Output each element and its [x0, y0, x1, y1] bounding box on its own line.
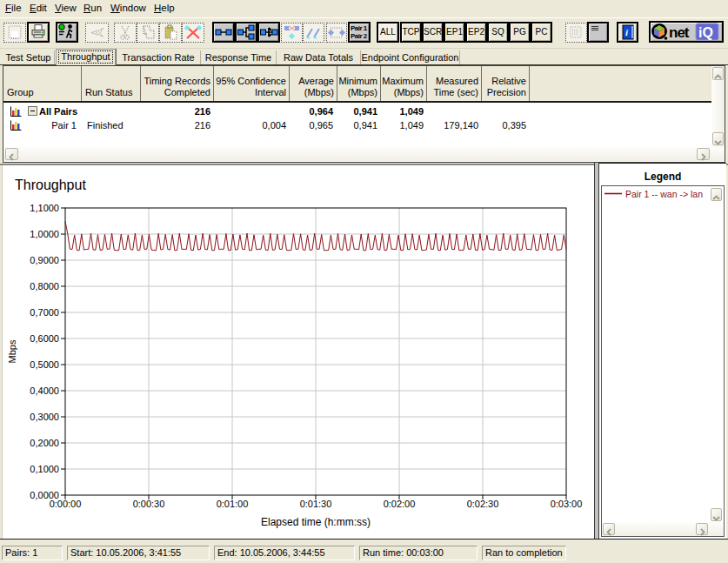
svg-text:0,2000: 0,2000 [30, 438, 59, 448]
svg-text:1,1000: 1,1000 [30, 203, 59, 213]
svg-text:0,8000: 0,8000 [30, 281, 59, 292]
svg-text:0,9000: 0,9000 [30, 255, 59, 265]
svg-text:0:03:00: 0:03:00 [551, 499, 583, 509]
svg-text:1,0000: 1,0000 [30, 229, 59, 239]
svg-text:0:00:00: 0:00:00 [50, 499, 82, 509]
svg-text:0:00:30: 0:00:30 [133, 499, 165, 509]
svg-text:0:02:00: 0:02:00 [384, 499, 416, 509]
svg-text:0:01:00: 0:01:00 [217, 499, 249, 509]
svg-text:0:01:30: 0:01:30 [300, 499, 332, 509]
svg-text:Throughput: Throughput [15, 178, 86, 192]
svg-text:0:02:30: 0:02:30 [467, 499, 499, 509]
svg-text:0,5000: 0,5000 [30, 359, 59, 370]
svg-text:0,1000: 0,1000 [30, 464, 59, 474]
svg-text:0,6000: 0,6000 [30, 333, 59, 344]
svg-text:Mbps: Mbps [7, 339, 17, 363]
svg-text:0,4000: 0,4000 [30, 385, 59, 396]
svg-text:iQ: iQ [698, 25, 713, 40]
svg-text:0,7000: 0,7000 [30, 307, 59, 318]
svg-text:Elapsed time (h:mm:ss): Elapsed time (h:mm:ss) [261, 516, 371, 528]
svg-text:net: net [669, 24, 690, 41]
svg-text:0,3000: 0,3000 [30, 412, 59, 422]
